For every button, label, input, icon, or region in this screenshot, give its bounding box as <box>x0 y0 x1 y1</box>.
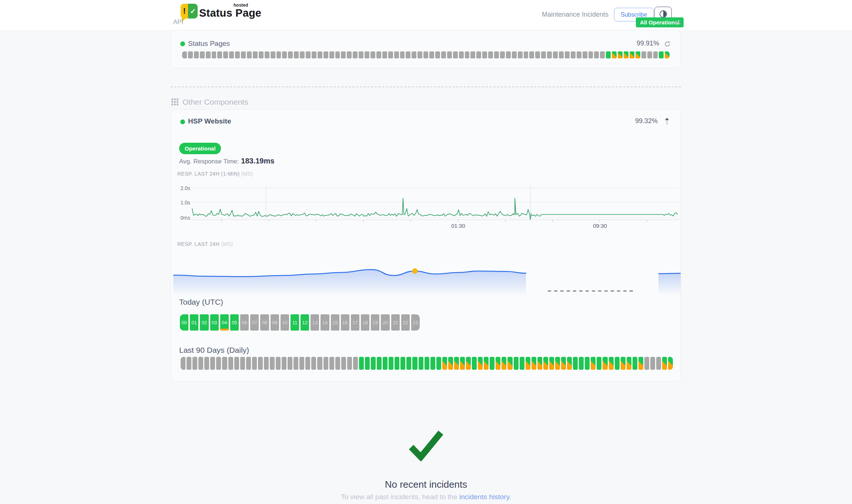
response-time-chart-24h-1min: 2.0s 1.0s 0ms 01:3009:30 <box>180 183 680 232</box>
incidents-history-prefix: To view all past incidents, head to the <box>341 493 459 501</box>
uptime-bar <box>500 51 505 58</box>
uptime-bar <box>597 357 601 370</box>
uptime-bar <box>341 357 346 370</box>
response-time-area-chart-24h <box>173 257 681 297</box>
component-name: HSP Website <box>188 117 231 125</box>
uptime-bar <box>644 357 649 370</box>
uptime-bar <box>389 357 393 370</box>
refresh-icon[interactable] <box>664 41 671 49</box>
chevron-up-icon[interactable] <box>675 20 681 26</box>
hour-block-11: 11 <box>291 314 299 331</box>
hour-block-13: 13 <box>311 314 319 331</box>
uptime-bar <box>579 357 584 370</box>
hour-block-14: 14 <box>321 314 329 331</box>
hour-block-19: 19 <box>371 314 379 331</box>
uptime-bar <box>347 51 352 58</box>
status-page: ! ✓ Status Page hosted Maintenance Incid… <box>0 0 852 504</box>
hour-block-22: 22 <box>401 314 410 331</box>
y-axis-label: 0ms <box>180 215 190 221</box>
last90-bars <box>181 357 673 370</box>
hour-block-05: 05 <box>230 314 239 331</box>
uptime-bar <box>181 357 185 370</box>
uptime-bar <box>600 51 605 58</box>
uptime-bar <box>561 357 566 370</box>
nav-incidents[interactable]: Incidents <box>582 11 608 18</box>
chart1-label-text: RESP. LAST 24H (1-MIN) <box>177 171 240 177</box>
other-components-title: Other Components <box>182 98 248 106</box>
uptime-bar <box>535 51 540 58</box>
uptime-bar <box>370 51 375 58</box>
uptime-bar <box>555 357 560 370</box>
section-divider <box>171 87 681 87</box>
uptime-bar <box>506 51 511 58</box>
no-recent-incidents-title: No recent incidents <box>0 479 852 490</box>
uptime-bar <box>537 357 542 370</box>
incidents-history-link[interactable]: incidents history <box>459 493 509 501</box>
x-axis-label: 09:30 <box>593 223 607 229</box>
hour-block-01: 01 <box>190 314 198 331</box>
uptime-bar <box>223 51 228 58</box>
uptime-bar <box>588 51 593 58</box>
chart2-label: RESP. LAST 24H (MS) <box>177 241 233 247</box>
uptime-bar <box>524 51 529 58</box>
uptime-bar <box>217 51 222 58</box>
uptime-bar <box>547 51 552 58</box>
uptime-bar <box>465 51 470 58</box>
uptime-bar <box>606 51 611 58</box>
hour-block-00: 00 <box>180 314 188 331</box>
uptime-bar <box>565 51 570 58</box>
uptime-bar <box>241 51 246 58</box>
uptime-bar <box>388 51 393 58</box>
collapse-arrow-icon[interactable] <box>664 118 670 127</box>
uptime-bar <box>187 357 191 370</box>
uptime-bar <box>299 357 304 370</box>
hour-block-09: 09 <box>271 314 279 331</box>
uptime-bar <box>265 51 269 58</box>
api-component-card: Status Pages 99.91% <box>171 30 681 68</box>
other-components-header: Other Components <box>171 98 248 106</box>
uptime-bar <box>222 357 227 370</box>
last90-title: Last 90 Days (Daily) <box>179 346 249 355</box>
uptime-bar <box>204 357 209 370</box>
nav-maintenance[interactable]: Maintenance <box>542 11 580 18</box>
uptime-bar <box>192 357 197 370</box>
uptime-bar <box>502 357 506 370</box>
uptime-bar <box>400 357 405 370</box>
api-uptime-bars <box>182 51 670 58</box>
uptime-bar <box>394 51 399 58</box>
uptime-bar <box>306 51 311 58</box>
hour-block-10: 10 <box>281 314 289 331</box>
y-axis-label: 1.0s <box>180 200 190 206</box>
uptime-bar <box>234 357 239 370</box>
uptime-bar <box>585 357 590 370</box>
uptime-bar <box>531 357 536 370</box>
uptime-bar <box>650 357 655 370</box>
uptime-bar <box>376 51 381 58</box>
uptime-bar <box>618 51 623 58</box>
hsp-website-card: HSP Website 99.32% Operational Avg. Resp… <box>171 109 681 382</box>
uptime-bar <box>476 51 481 58</box>
uptime-bar <box>518 51 523 58</box>
uptime-bar <box>329 357 334 370</box>
uptime-bar <box>514 357 519 370</box>
uptime-bar <box>318 51 322 58</box>
uptime-bar <box>264 357 269 370</box>
uptime-bar <box>659 51 664 58</box>
uptime-bar <box>270 357 275 370</box>
hour-block-08: 08 <box>260 314 269 331</box>
uptime-bar <box>478 357 483 370</box>
chart-marker-dot <box>412 268 418 274</box>
hour-block-03: 03 <box>210 314 219 331</box>
uptime-bar <box>656 357 661 370</box>
uptime-bar <box>240 357 245 370</box>
uptime-bar <box>441 51 446 58</box>
today-title: Today (UTC) <box>179 298 223 307</box>
uptime-bar <box>571 51 576 58</box>
uptime-bar <box>591 357 596 370</box>
uptime-bar <box>228 357 233 370</box>
uptime-bar <box>512 51 517 58</box>
uptime-bar <box>621 357 625 370</box>
big-checkmark-icon <box>408 430 444 463</box>
uptime-bar <box>412 51 416 58</box>
uptime-bar <box>271 51 275 58</box>
